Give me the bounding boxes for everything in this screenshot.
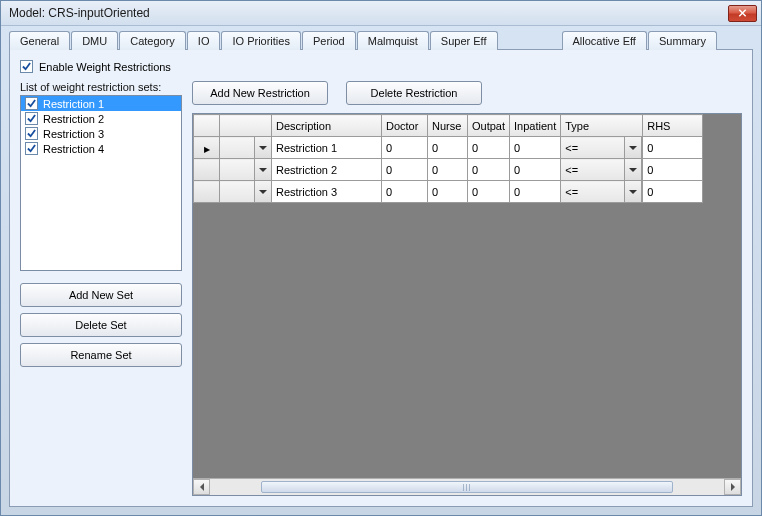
- tab-super-eff[interactable]: Super Eff: [430, 31, 498, 50]
- cell-rhs[interactable]: 0: [643, 137, 703, 159]
- scroll-thumb[interactable]: [261, 481, 672, 493]
- cell-type-dropdown[interactable]: <=: [561, 159, 642, 181]
- col-header-doctor[interactable]: Doctor: [382, 115, 428, 137]
- window-title: Model: CRS-inputOriented: [9, 6, 728, 20]
- row-select-dropdown[interactable]: [220, 181, 272, 203]
- enable-weight-restrictions-checkbox[interactable]: [20, 60, 33, 73]
- cell-outpat[interactable]: 0: [468, 137, 510, 159]
- restriction-sets-label: List of weight restriction sets:: [20, 81, 182, 93]
- titlebar: Model: CRS-inputOriented: [1, 1, 761, 26]
- list-item-checkbox[interactable]: [25, 142, 38, 155]
- col-header-description[interactable]: Description: [272, 115, 382, 137]
- chevron-down-icon: [254, 159, 271, 180]
- cell-doctor[interactable]: 0: [382, 159, 428, 181]
- list-item-checkbox[interactable]: [25, 127, 38, 140]
- cell-description[interactable]: Restriction 1: [272, 137, 382, 159]
- scroll-right-button[interactable]: [724, 479, 741, 495]
- col-header-rhs[interactable]: RHS: [643, 115, 703, 137]
- cell-nurse[interactable]: 0: [428, 159, 468, 181]
- col-header-blank[interactable]: [220, 115, 272, 137]
- main-area: List of weight restriction sets: Restric…: [20, 81, 742, 496]
- tab-general[interactable]: General: [9, 31, 70, 50]
- col-header-inpatient[interactable]: Inpatient: [510, 115, 561, 137]
- cell-rhs[interactable]: 0: [643, 159, 703, 181]
- delete-restriction-button[interactable]: Delete Restriction: [346, 81, 482, 105]
- cell-outpat[interactable]: 0: [468, 159, 510, 181]
- tab-bar: General DMU Category IO IO Priorities Pe…: [1, 26, 761, 49]
- list-item-label: Restriction 1: [43, 98, 104, 110]
- list-item[interactable]: Restriction 2: [21, 111, 181, 126]
- tab-category[interactable]: Category: [119, 31, 186, 50]
- chevron-down-icon: [254, 137, 271, 158]
- col-header-nurse[interactable]: Nurse: [428, 115, 468, 137]
- row-header[interactable]: [194, 137, 220, 159]
- list-item-checkbox[interactable]: [25, 112, 38, 125]
- chevron-down-icon: [624, 137, 641, 158]
- row-header[interactable]: [194, 159, 220, 181]
- close-button[interactable]: [728, 5, 757, 22]
- list-item[interactable]: Restriction 1: [21, 96, 181, 111]
- rename-set-button[interactable]: Rename Set: [20, 343, 182, 367]
- table-row[interactable]: Restriction 1 0 0 0 0 <= 0: [194, 137, 703, 159]
- list-item[interactable]: Restriction 3: [21, 126, 181, 141]
- cell-type-dropdown[interactable]: <=: [561, 137, 642, 159]
- left-column: List of weight restriction sets: Restric…: [20, 81, 182, 496]
- cell-description[interactable]: Restriction 3: [272, 181, 382, 203]
- list-item-label: Restriction 3: [43, 128, 104, 140]
- cell-type-value: <=: [561, 186, 578, 198]
- add-new-set-button[interactable]: Add New Set: [20, 283, 182, 307]
- table-row[interactable]: Restriction 2 0 0 0 0 <= 0: [194, 159, 703, 181]
- restrictions-grid[interactable]: Description Doctor Nurse Outpat Inpatien…: [192, 113, 742, 496]
- cell-nurse[interactable]: 0: [428, 181, 468, 203]
- add-new-restriction-button[interactable]: Add New Restriction: [192, 81, 328, 105]
- cell-doctor[interactable]: 0: [382, 181, 428, 203]
- tab-summary[interactable]: Summary: [648, 31, 717, 50]
- cell-inpatient[interactable]: 0: [510, 181, 561, 203]
- col-header-type[interactable]: Type: [561, 115, 643, 137]
- enable-weight-restrictions-row: Enable Weight Restrictions: [20, 60, 742, 73]
- cell-description[interactable]: Restriction 2: [272, 159, 382, 181]
- grid-corner: [194, 115, 220, 137]
- grid-header-row: Description Doctor Nurse Outpat Inpatien…: [194, 115, 703, 137]
- cell-rhs[interactable]: 0: [643, 181, 703, 203]
- cell-type-value: <=: [561, 164, 578, 176]
- list-item[interactable]: Restriction 4: [21, 141, 181, 156]
- list-item-label: Restriction 2: [43, 113, 104, 125]
- cell-inpatient[interactable]: 0: [510, 137, 561, 159]
- cell-inpatient[interactable]: 0: [510, 159, 561, 181]
- delete-set-button[interactable]: Delete Set: [20, 313, 182, 337]
- list-item-label: Restriction 4: [43, 143, 104, 155]
- cell-type-dropdown[interactable]: <=: [561, 181, 642, 203]
- chevron-down-icon: [624, 181, 641, 202]
- cell-nurse[interactable]: 0: [428, 137, 468, 159]
- restriction-buttons: Add New Restriction Delete Restriction: [192, 81, 742, 105]
- enable-weight-restrictions-label: Enable Weight Restrictions: [39, 61, 171, 73]
- window: Model: CRS-inputOriented General DMU Cat…: [0, 0, 762, 516]
- tab-malmquist[interactable]: Malmquist: [357, 31, 429, 50]
- tab-allocative-eff[interactable]: Allocative Eff: [562, 31, 647, 50]
- cell-outpat[interactable]: 0: [468, 181, 510, 203]
- close-icon: [738, 9, 747, 17]
- scroll-track[interactable]: [210, 481, 724, 493]
- cell-type-value: <=: [561, 142, 578, 154]
- row-select-dropdown[interactable]: [220, 137, 272, 159]
- tab-io[interactable]: IO: [187, 31, 221, 50]
- cell-doctor[interactable]: 0: [382, 137, 428, 159]
- col-header-outpat[interactable]: Outpat: [468, 115, 510, 137]
- horizontal-scrollbar[interactable]: [193, 478, 741, 495]
- list-item-checkbox[interactable]: [25, 97, 38, 110]
- tab-period[interactable]: Period: [302, 31, 356, 50]
- row-header[interactable]: [194, 181, 220, 203]
- scroll-left-button[interactable]: [193, 479, 210, 495]
- chevron-down-icon: [624, 159, 641, 180]
- tab-panel: Enable Weight Restrictions List of weigh…: [9, 49, 753, 507]
- chevron-down-icon: [254, 181, 271, 202]
- right-column: Add New Restriction Delete Restriction D…: [192, 81, 742, 496]
- restriction-sets-listbox[interactable]: Restriction 1 Restriction 2 Restriction …: [20, 95, 182, 271]
- tab-io-priorities[interactable]: IO Priorities: [221, 31, 300, 50]
- tab-dmu[interactable]: DMU: [71, 31, 118, 50]
- row-select-dropdown[interactable]: [220, 159, 272, 181]
- table-row[interactable]: Restriction 3 0 0 0 0 <= 0: [194, 181, 703, 203]
